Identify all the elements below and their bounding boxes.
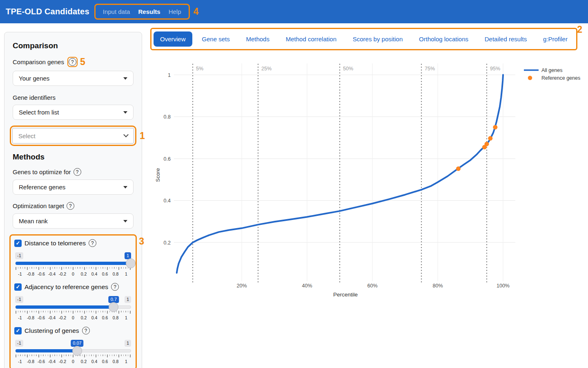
nav-item-input-data[interactable]: Input data xyxy=(99,7,134,17)
comparison-genes-dropdown[interactable]: Your genes xyxy=(13,71,134,86)
method-sliders: ✓Distance to telomeres?-11-1-0.8-0.6-0.4… xyxy=(14,239,132,364)
y-axis-title: Score xyxy=(155,168,161,182)
nav-item-results[interactable]: Results xyxy=(134,7,164,17)
slider-min-badge: -1 xyxy=(15,296,23,303)
legend-all-genes-label[interactable]: All genes xyxy=(541,67,562,73)
slider-ticks xyxy=(15,355,131,358)
y-tick-label: 0.8 xyxy=(164,114,171,120)
slider-track[interactable] xyxy=(15,262,131,265)
comparison-heading: Comparison xyxy=(13,41,134,50)
x-tick-label: 80% xyxy=(432,283,443,289)
slider-max-badge: 1 xyxy=(125,296,131,303)
legend-reference-genes-label[interactable]: Reference genes xyxy=(541,75,580,81)
optimize-help-icon[interactable]: ? xyxy=(74,168,81,176)
method-block-3: ✓Clustering of genes?-110.07-1-0.8-0.6-0… xyxy=(14,327,132,364)
method-label: Distance to telomeres xyxy=(24,240,86,247)
y-tick-label: 1 xyxy=(168,72,171,78)
tab-overview[interactable]: Overview xyxy=(154,31,192,47)
target-dropdown[interactable]: Mean rank xyxy=(13,213,134,229)
tab-detailed-results[interactable]: Detailed results xyxy=(478,31,533,47)
top-navbar: TPE-OLD Candidates Input dataResultsHelp… xyxy=(0,0,588,23)
weight-slider[interactable]: -110.7-1-0.8-0.6-0.4-0.200.20.40.60.81 xyxy=(14,296,132,320)
weight-slider[interactable]: -11-1-0.8-0.6-0.4-0.200.20.40.60.81 xyxy=(14,252,132,276)
settings-sidebar: Comparison Comparison genes ? 5 Your gen… xyxy=(4,32,142,368)
slider-track[interactable] xyxy=(15,305,131,309)
method-label: Adjacency to reference genes xyxy=(24,283,108,291)
gene-select[interactable]: Select xyxy=(12,128,134,144)
weight-slider[interactable]: -110.07-1-0.8-0.6-0.4-0.200.20.40.60.81 xyxy=(14,340,132,364)
slider-handle[interactable] xyxy=(109,302,118,312)
tab-gene-sets[interactable]: Gene sets xyxy=(195,31,236,47)
method-help-icon[interactable]: ? xyxy=(111,283,119,291)
gene-select-placeholder: Select xyxy=(18,132,36,139)
chevron-down-icon xyxy=(123,132,129,137)
target-value: Mean rank xyxy=(19,218,48,224)
method-help-icon[interactable]: ? xyxy=(82,327,90,334)
reference-gene-dot xyxy=(456,166,461,171)
x-tick-label: 60% xyxy=(367,283,377,289)
slider-min-badge: -1 xyxy=(15,252,23,259)
nav-item-help[interactable]: Help xyxy=(165,7,185,17)
gene-identifiers-dropdown[interactable]: Select from list xyxy=(13,105,134,120)
method-block-1: ✓Distance to telomeres?-11-1-0.8-0.6-0.4… xyxy=(14,239,132,276)
optimize-dropdown[interactable]: Reference genes xyxy=(13,180,134,195)
tab-methods[interactable]: Methods xyxy=(239,31,276,47)
callout-label-1: 1 xyxy=(140,131,145,141)
tab-method-correlation[interactable]: Method correlation xyxy=(279,31,343,47)
optimize-label-row: Genes to optimize for ? xyxy=(13,168,134,176)
comparison-genes-label: Comparison genes xyxy=(13,58,64,65)
gene-identifiers-label: Gene identifiers xyxy=(13,94,134,101)
x-tick-label: 20% xyxy=(236,283,247,289)
target-help-icon[interactable]: ? xyxy=(67,202,74,210)
results-tab-bar: OverviewGene setsMethodsMethod correlati… xyxy=(154,31,574,47)
callout-box-menu: Input dataResultsHelp xyxy=(94,4,190,20)
caret-down-icon xyxy=(123,111,127,114)
reference-gene-dot xyxy=(493,125,497,130)
slider-fill xyxy=(16,349,77,352)
method-block-2: ✓Adjacency to reference genes?-110.7-1-0… xyxy=(14,283,132,320)
callout-box-select: Select 1 xyxy=(10,126,136,146)
method-checkbox[interactable]: ✓ xyxy=(14,240,22,247)
tab-g-profiler[interactable]: g:Profiler xyxy=(537,31,574,47)
method-help-icon[interactable]: ? xyxy=(89,239,96,247)
callout-label-5: 5 xyxy=(80,57,85,67)
method-checkbox[interactable]: ✓ xyxy=(14,283,22,291)
percentile-line-label: 75% xyxy=(425,66,435,72)
slider-max-badge: 1 xyxy=(125,340,131,347)
slider-fill xyxy=(16,305,114,309)
slider-min-badge: -1 xyxy=(15,340,23,347)
x-axis-title: Percentile xyxy=(333,292,358,298)
optimize-value: Reference genes xyxy=(19,184,65,191)
y-tick-label: 0.6 xyxy=(164,156,171,162)
reference-gene-dot xyxy=(488,136,492,141)
slider-tick-labels: -1-0.8-0.6-0.4-0.200.20.40.60.81 xyxy=(15,359,131,364)
x-tick-label: 100% xyxy=(497,283,510,289)
tab-ortholog-locations[interactable]: Ortholog locations xyxy=(412,31,475,47)
comparison-genes-help-icon[interactable]: ? xyxy=(69,58,76,66)
comparison-genes-label-row: Comparison genes ? 5 xyxy=(13,57,134,67)
legend-dot-swatch xyxy=(528,76,532,80)
percentile-line-label: 5% xyxy=(196,66,203,72)
y-tick-label: 0.4 xyxy=(164,198,171,204)
callout-box-help: ? xyxy=(67,57,78,67)
comparison-genes-value: Your genes xyxy=(19,75,49,82)
callout-box-methods: ✓Distance to telomeres?-11-1-0.8-0.6-0.4… xyxy=(9,234,137,368)
target-label: Optimization target xyxy=(13,202,64,209)
slider-handle[interactable] xyxy=(72,346,82,356)
tab-scores-by-position[interactable]: Scores by position xyxy=(346,31,410,47)
optimize-label: Genes to optimize for xyxy=(13,168,71,175)
methods-heading: Methods xyxy=(13,153,134,162)
callout-label-3: 3 xyxy=(139,237,144,246)
method-checkbox[interactable]: ✓ xyxy=(14,327,22,334)
slider-ticks xyxy=(15,267,131,270)
callout-label-4: 4 xyxy=(194,7,199,16)
slider-tick-labels: -1-0.8-0.6-0.4-0.200.20.40.60.81 xyxy=(15,272,131,276)
reference-gene-dot xyxy=(485,142,489,146)
callout-box-tabs: OverviewGene setsMethodsMethod correlati… xyxy=(150,28,577,50)
slider-tick-labels: -1-0.8-0.6-0.4-0.200.20.40.60.81 xyxy=(15,315,131,320)
slider-handle[interactable] xyxy=(126,258,136,268)
slider-track[interactable] xyxy=(15,349,131,352)
y-tick-label: 0.2 xyxy=(164,240,171,246)
percentile-line-label: 25% xyxy=(261,66,272,72)
slider-fill xyxy=(16,262,131,265)
